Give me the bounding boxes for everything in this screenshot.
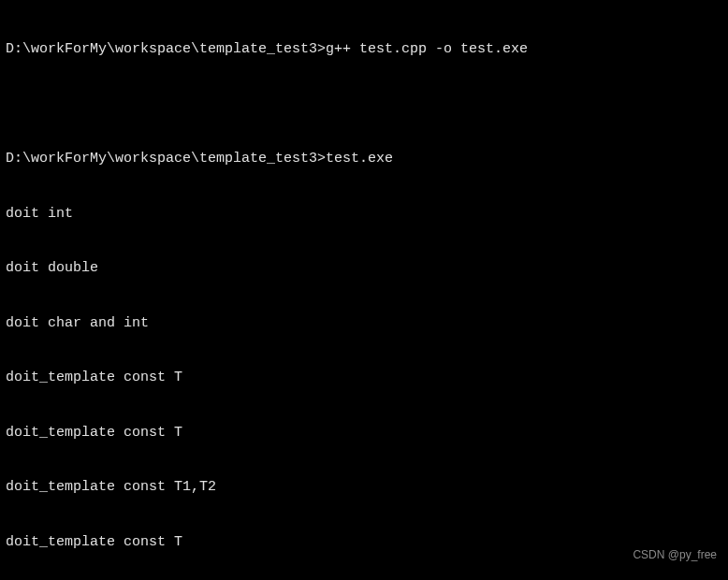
output-line: doit_template const T1,T2 [6,478,722,497]
output-line: doit_template const T [6,424,722,442]
output-line: doit int [6,205,722,224]
shell-prompt: D:\workForMy\workspace\template_test3> [6,150,326,168]
output-line: doit_template const T [6,369,722,387]
terminal-window[interactable]: D:\workForMy\workspace\template_test3>g+… [6,4,722,580]
watermark-text: CSDN @py_free [633,548,717,563]
output-line: doit double [6,259,722,278]
command-text: test.exe [326,150,393,168]
shell-prompt: D:\workForMy\workspace\template_test3> [6,40,326,59]
command-text: g++ test.cpp -o test.exe [326,40,528,59]
blank-line [6,95,722,114]
prompt-line-2: D:\workForMy\workspace\template_test3>te… [6,150,722,168]
prompt-line-1: D:\workForMy\workspace\template_test3>g+… [6,40,722,59]
output-line: doit char and int [6,314,722,333]
output-line: doit_template const T [6,533,722,552]
